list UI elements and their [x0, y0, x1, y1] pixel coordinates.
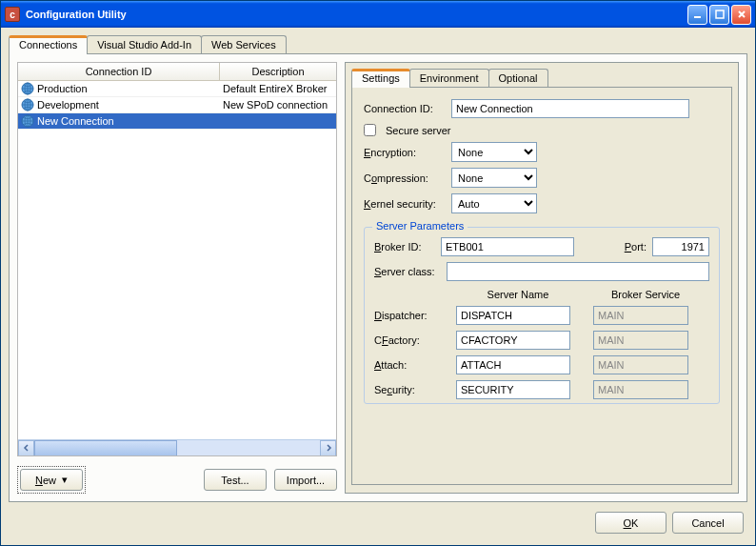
right-pane: Settings Environment Optional Connection… — [345, 62, 739, 494]
grid-header: Connection ID Description — [18, 63, 336, 81]
broker-id-label: Broker ID: — [374, 241, 435, 253]
broker-id-input[interactable] — [441, 237, 574, 256]
server-class-input[interactable] — [447, 262, 709, 281]
encryption-label: Encryption: — [364, 147, 446, 158]
grid-body[interactable]: ProductionDefault EntireX BrokerDevelopm… — [18, 81, 336, 439]
server-name-input[interactable] — [456, 355, 570, 374]
server-parameters-legend: Server Parameters — [372, 220, 468, 232]
table-row[interactable]: New Connection — [18, 113, 336, 130]
broker-service-input — [593, 306, 688, 325]
tab-web-services[interactable]: Web Services — [201, 35, 287, 53]
cell-description: New SPoD connection — [220, 97, 336, 112]
server-row-label: Dispatcher: — [374, 310, 443, 321]
window-title: Configuration Utility — [26, 9, 687, 20]
app-window: c Configuration Utility Connections Visu… — [0, 0, 756, 546]
cell-connection-id: Production — [18, 81, 220, 96]
table-row[interactable]: ProductionDefault EntireX Broker — [18, 81, 336, 97]
scroll-track[interactable] — [34, 440, 320, 456]
port-label: Port: — [625, 241, 647, 253]
server-class-label: Server class: — [374, 266, 441, 277]
cell-description — [220, 113, 336, 129]
broker-service-input — [593, 380, 688, 399]
col-broker-service: Broker Service — [593, 289, 698, 300]
horizontal-scrollbar[interactable] — [18, 439, 336, 455]
cancel-button[interactable]: Cancel — [672, 512, 744, 534]
server-row-label: Attach: — [374, 359, 443, 371]
minimize-button[interactable] — [687, 5, 707, 25]
ok-button[interactable]: OK — [595, 512, 666, 534]
compression-select[interactable]: None — [451, 168, 537, 188]
new-button-rest: ew — [43, 475, 56, 486]
tab-optional[interactable]: Optional — [488, 69, 548, 87]
titlebar[interactable]: c Configuration Utility — [1, 1, 755, 28]
server-name-input[interactable] — [456, 380, 570, 399]
server-parameters-group: Server Parameters Broker ID: Port: Serve… — [364, 227, 720, 404]
outer-tabs: Connections Visual Studio Add-In Web Ser… — [9, 35, 747, 53]
cell-connection-id: Development — [18, 97, 220, 112]
svg-rect-0 — [694, 16, 701, 18]
kernel-label: Kernel security: — [364, 198, 446, 210]
close-button[interactable] — [731, 5, 751, 25]
tab-environment[interactable]: Environment — [409, 69, 489, 87]
secure-server-label: Secure server — [386, 125, 450, 136]
app-icon: c — [5, 7, 20, 22]
tab-connections[interactable]: Connections — [9, 35, 88, 54]
test-button[interactable]: Test... — [204, 469, 267, 491]
connection-id-label: Connection ID: — [364, 103, 446, 114]
maximize-button[interactable] — [709, 5, 729, 25]
settings-panel: Connection ID: Secure server Encryption:… — [351, 87, 732, 485]
broker-service-input — [593, 355, 688, 374]
scroll-right-button[interactable] — [320, 440, 336, 456]
port-input[interactable] — [652, 237, 709, 256]
compression-label: Compression: — [364, 172, 446, 184]
new-button[interactable]: New ▾ — [20, 469, 83, 491]
inner-tabs: Settings Environment Optional — [351, 69, 732, 87]
col-description[interactable]: Description — [220, 63, 336, 80]
encryption-select[interactable]: None — [451, 142, 537, 162]
connections-panel: Connection ID Description ProductionDefa… — [9, 53, 747, 502]
import-button[interactable]: Import... — [274, 469, 337, 491]
col-server-name: Server Name — [456, 289, 580, 300]
cell-description: Default EntireX Broker — [220, 81, 336, 96]
tab-settings[interactable]: Settings — [351, 69, 410, 88]
dialog-buttons: OK Cancel — [9, 502, 747, 537]
scroll-left-button[interactable] — [18, 440, 34, 456]
connection-id-input[interactable] — [451, 99, 689, 118]
kernel-select[interactable]: Auto — [451, 193, 537, 213]
server-row-label: CFactory: — [374, 334, 443, 346]
scroll-thumb[interactable] — [34, 440, 177, 456]
connections-grid: Connection ID Description ProductionDefa… — [17, 62, 337, 456]
left-pane: Connection ID Description ProductionDefa… — [17, 62, 337, 494]
server-grid: Server Name Broker Service Dispatcher:CF… — [374, 289, 709, 399]
server-name-input[interactable] — [456, 331, 570, 350]
tab-vs-addin[interactable]: Visual Studio Add-In — [87, 35, 202, 53]
col-connection-id[interactable]: Connection ID — [18, 63, 220, 80]
secure-server-checkbox[interactable] — [364, 124, 376, 136]
client-area: Connections Visual Studio Add-In Web Ser… — [1, 28, 755, 545]
table-row[interactable]: DevelopmentNew SPoD connection — [18, 97, 336, 113]
server-name-input[interactable] — [456, 306, 570, 325]
broker-service-input — [593, 331, 688, 350]
cell-connection-id: New Connection — [18, 113, 220, 129]
server-row-label: Security: — [374, 384, 443, 395]
svg-rect-1 — [716, 10, 724, 18]
